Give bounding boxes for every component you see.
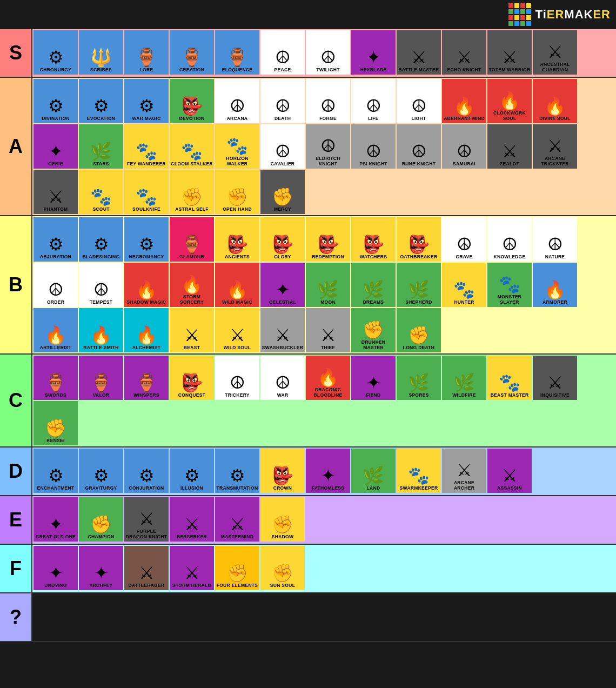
tier-item[interactable]: ✦GREAT OLD ONE [34,497,78,542]
tier-item[interactable]: ✊MERCY [260,170,305,214]
tier-item[interactable]: ⚔MASTERMIND [215,497,259,542]
tier-item[interactable]: ⚙ENCHANTMENT [34,449,78,493]
tier-item[interactable]: ⚙BLADESINGING [79,217,123,262]
tier-item[interactable]: 🌿MOON [306,263,350,307]
tier-item[interactable]: ☮PSI KNIGHT [351,124,396,169]
tier-item[interactable]: ✊OPEN HAND [215,170,259,214]
tier-item[interactable]: ⚔SWASHBUCKLER [260,308,305,352]
tier-item[interactable]: 🔥BATTLE SMITH [79,308,123,352]
tier-item[interactable]: ☮WAR [260,356,305,400]
tier-item[interactable]: ✊SUN SOUL [260,546,305,590]
tier-item[interactable]: 🔥DIVINE SOUL [533,79,577,123]
tier-item[interactable]: 🔥STORM SORCERY [170,263,214,307]
tier-item[interactable]: ✦GENIE [34,124,78,169]
tier-item[interactable]: 🏺GLAMOUR [170,217,214,262]
tier-item[interactable]: 🔥ALCHEMIST [124,308,169,352]
tier-item[interactable]: 🌿STARS [79,124,123,169]
tier-item[interactable]: ✊LONG DEATH [397,308,441,352]
tier-item[interactable]: ⚔BATTLE MASTER [397,30,441,75]
tier-item[interactable]: ☮ARCANA [215,79,259,123]
tier-item[interactable]: 🐾GLOOM STALKER [170,124,214,169]
tier-item[interactable]: ⚙DIVINATION [34,79,78,123]
tier-item[interactable]: ⚙GRAVITURGY [79,449,123,493]
tier-item[interactable]: ☮GRAVE [442,217,486,262]
tier-item[interactable]: ⚙EVOCATION [79,79,123,123]
tier-item[interactable]: ⚔TOTEM WARRIOR [487,30,532,75]
tier-item[interactable]: ⚔ARCANE TRICKSTER [533,124,577,169]
tier-item[interactable]: ⚙WAR MAGIC [124,79,169,123]
tier-item[interactable]: 🐾HUNTER [442,263,486,307]
tier-item[interactable]: ✊FOUR ELEMENTS [215,546,259,590]
tier-item[interactable]: ⚙CONJURATION [124,449,169,493]
tier-item[interactable]: ☮KNOWLEDGE [487,217,532,262]
tier-item[interactable]: ✊CHAMPION [79,497,123,542]
tier-item[interactable]: ⚙ABJURATION [34,217,78,262]
tier-item[interactable]: ☮TRICKERY [215,356,259,400]
tier-item[interactable]: ☮ORDER [34,263,78,307]
tier-item[interactable]: 🐾SWARMKEEPER [397,449,441,493]
tier-item[interactable]: 🔱SCRIBES [79,30,123,75]
tier-item[interactable]: 🏺LORE [124,30,169,75]
tier-item[interactable]: 👺DEVOTION [170,79,214,123]
tier-item[interactable]: ✊ASTRAL SELF [170,170,214,214]
tier-item[interactable]: ☮RUNE KNIGHT [397,124,441,169]
tier-item[interactable]: 🌿LAND [351,449,396,493]
tier-item[interactable]: ✊DRUNKEN MASTER [351,308,396,352]
tier-item[interactable]: 👺ANCIENTS [215,217,259,262]
tier-item[interactable]: ⚙CHRONURGY [34,30,78,75]
tier-item[interactable]: ☮LIGHT [397,79,441,123]
tier-item[interactable]: 🏺VALOR [79,356,123,400]
tier-item[interactable]: ⚔ANCESTRAL GUARDIAN [533,30,577,75]
tier-item[interactable]: ⚔ARCANE ARCHER [442,449,486,493]
tier-item[interactable]: 🔥ARTILLERIST [34,308,78,352]
tier-item[interactable]: ✦FATHOMLESS [306,449,350,493]
tier-item[interactable]: 🐾FEY WANDERER [124,124,169,169]
tier-item[interactable]: ☮PEACE [260,30,305,75]
tier-item[interactable]: 🌿SHEPHERD [397,263,441,307]
tier-item[interactable]: ✦FIEND [351,356,396,400]
tier-item[interactable]: 🏺SWORDS [34,356,78,400]
tier-item[interactable]: ✊KENSEI [34,401,78,445]
tier-item[interactable]: 🏺ELOQUENCE [215,30,259,75]
tier-item[interactable]: 🌿DREAMS [351,263,396,307]
tier-item[interactable]: 👺WATCHERS [351,217,396,262]
tier-item[interactable]: 🌿SPORES [397,356,441,400]
tier-item[interactable]: ⚙NECROMANCY [124,217,169,262]
tier-item[interactable]: ☮NATURE [533,217,577,262]
tier-item[interactable]: 🏺WHISPERS [124,356,169,400]
tier-item[interactable]: 🐾MONSTER SLAYER [487,263,532,307]
tier-item[interactable]: ⚔THIEF [306,308,350,352]
tier-item[interactable]: 🔥ABERRANT MIND [442,79,486,123]
tier-item[interactable]: 🔥SHADOW MAGIC [124,263,169,307]
tier-item[interactable]: ⚙TRANSMUTATION [215,449,259,493]
tier-item[interactable]: ⚔ASSASSIN [487,449,532,493]
tier-item[interactable]: 👺GLORY [260,217,305,262]
tier-item[interactable]: 👺CONQUEST [170,356,214,400]
tier-item[interactable]: ☮TEMPEST [79,263,123,307]
tier-item[interactable]: ☮DEATH [260,79,305,123]
tier-item[interactable]: ☮ELDRITCH KNIGHT [306,124,350,169]
tier-item[interactable]: ⚔PURPLE DRAGON KNIGHT [124,497,169,542]
tier-item[interactable]: 🐾SOULKNIFE [124,170,169,214]
tier-item[interactable]: 🐾BEAST MASTER [487,356,532,400]
tier-item[interactable]: ⚔BEAST [170,308,214,352]
tier-item[interactable]: 👺REDEMPTION [306,217,350,262]
tier-item[interactable]: 👺OATHBREAKER [397,217,441,262]
tier-item[interactable]: ⚔ZEALOT [487,124,532,169]
tier-item[interactable]: ⚔BERSERKER [170,497,214,542]
tier-item[interactable]: 🌿WILDFIRE [442,356,486,400]
tier-item[interactable]: ⚔INQUISITIVE [533,356,577,400]
tier-item[interactable]: ☮SAMURAI [442,124,486,169]
tier-item[interactable]: ☮TWILIGHT [306,30,350,75]
tier-item[interactable]: ✦HEXBLADE [351,30,396,75]
tier-item[interactable]: ⚔BATTLERAGER [124,546,169,590]
tier-item[interactable]: ✦ARCHFEY [79,546,123,590]
tier-item[interactable]: ⚔ECHO KNIGHT [442,30,486,75]
tier-item[interactable]: 🔥ARMORER [533,263,577,307]
tier-item[interactable]: 🔥DRACONIC BLOODLINE [306,356,350,400]
tier-item[interactable]: 🔥CLOCKWORK SOUL [487,79,532,123]
tier-item[interactable]: ☮CAVALIER [260,124,305,169]
tier-item[interactable]: 👺CROWN [260,449,305,493]
tier-item[interactable]: ✊SHADOW [260,497,305,542]
tier-item[interactable]: ☮FORGE [306,79,350,123]
